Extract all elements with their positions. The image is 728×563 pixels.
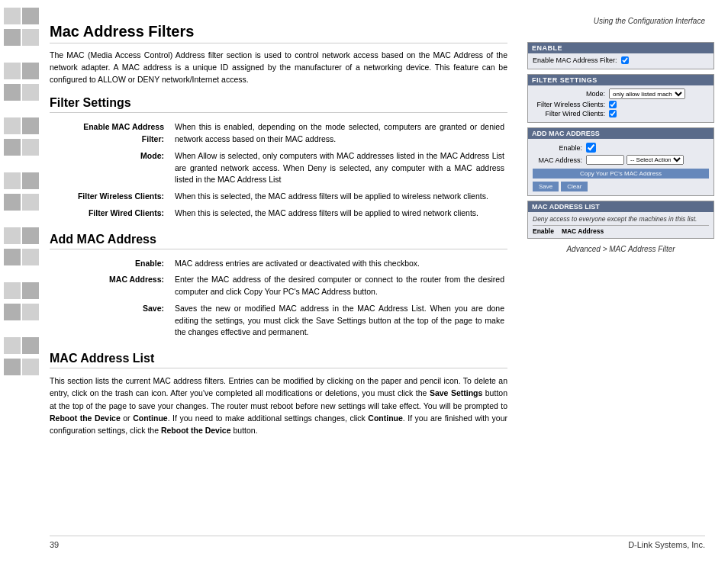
add-mac-table: Enable: MAC address entries are activate… xyxy=(50,256,507,342)
row-desc: When this is selected, the MAC address f… xyxy=(172,205,507,222)
add-mac-enable-row: Enable: xyxy=(533,143,709,153)
mac-address-input[interactable] xyxy=(586,155,624,165)
filter-settings-title: Filter Settings xyxy=(50,96,507,113)
add-mac-address-label: MAC Address: xyxy=(533,156,586,164)
mode-label: Mode: xyxy=(533,90,609,98)
mac-list-panel: MAC ADDRESS LIST Deny access to everyone… xyxy=(527,201,714,239)
page-number: 39 xyxy=(50,540,59,549)
mode-row: Mode: only allow listed machines only de… xyxy=(533,88,709,99)
panel-caption: Advanced > MAC Address Filter xyxy=(527,245,714,253)
add-mac-enable-checkbox[interactable] xyxy=(586,143,596,153)
mac-list-desc: Deny access to everyone except the machi… xyxy=(533,215,709,223)
left-decoration xyxy=(0,0,46,563)
main-title: Mac Address Filters xyxy=(50,23,507,43)
mac-list-panel-body: Deny access to everyone except the machi… xyxy=(528,212,714,238)
mac-list-panel-header: MAC ADDRESS LIST xyxy=(528,201,714,212)
mac-action-select[interactable]: -- Select Action -- xyxy=(627,155,684,165)
row-label: Enable MAC AddressFilter: xyxy=(50,119,172,148)
enable-mac-label: Enable MAC Address Filter: xyxy=(533,56,621,64)
table-row: Filter Wireless Clients: When this is se… xyxy=(50,188,507,205)
table-row: Enable: MAC address entries are activate… xyxy=(50,256,507,272)
mac-list-col-enable: Enable xyxy=(533,227,554,235)
main-content: Mac Address Filters The MAC (Media Acces… xyxy=(50,23,507,444)
filter-wireless-row: Filter Wireless Clients: xyxy=(533,101,709,108)
mac-list-body-text: This section lists the current MAC addre… xyxy=(50,375,507,436)
row-label: Enable: xyxy=(50,256,172,272)
add-mac-title: Add MAC Address xyxy=(50,233,507,249)
add-mac-panel-header: ADD MAC ADDRESS xyxy=(528,128,714,139)
clear-button[interactable]: Clear xyxy=(561,182,588,191)
mac-list-columns: Enable MAC Address xyxy=(533,225,709,235)
filter-settings-panel-header: FILTER SETTINGS xyxy=(528,75,714,85)
filter-wired-checkbox[interactable] xyxy=(609,110,617,117)
row-desc: Enter the MAC address of the desired com… xyxy=(172,272,507,301)
company-name: D-Link Systems, Inc. xyxy=(628,540,705,549)
row-desc: When this is enabled, depending on the m… xyxy=(172,119,507,148)
filter-settings-panel: FILTER SETTINGS Mode: only allow listed … xyxy=(527,74,714,123)
row-label: Filter Wired Clients: xyxy=(50,205,172,222)
filter-settings-panel-body: Mode: only allow listed machines only de… xyxy=(528,85,714,122)
row-label: Filter Wireless Clients: xyxy=(50,188,172,205)
enable-panel: ENABLE Enable MAC Address Filter: xyxy=(527,42,714,69)
filter-wired-label: Filter Wired Clients: xyxy=(533,110,609,117)
mac-list-title: MAC Address List xyxy=(50,352,507,368)
save-button[interactable]: Save xyxy=(533,182,559,191)
row-desc: MAC address entries are activated or dea… xyxy=(172,256,507,272)
table-row: Filter Wired Clients: When this is selec… xyxy=(50,205,507,222)
mac-list-col-address: MAC Address xyxy=(562,227,604,235)
right-panel: ENABLE Enable MAC Address Filter: FILTER… xyxy=(527,42,714,253)
add-mac-enable-label: Enable: xyxy=(533,144,586,152)
filter-settings-table: Enable MAC AddressFilter: When this is e… xyxy=(50,119,507,221)
intro-text: The MAC (Media Access Control) Address f… xyxy=(50,50,507,85)
table-row: Enable MAC AddressFilter: When this is e… xyxy=(50,119,507,148)
save-clear-group: Save Clear xyxy=(533,182,709,191)
enable-mac-row: Enable MAC Address Filter: xyxy=(533,56,709,64)
row-desc: Saves the new or modified MAC address in… xyxy=(172,301,507,341)
filter-wireless-label: Filter Wireless Clients: xyxy=(533,101,609,108)
table-row: Mode: When Allow is selected, only compu… xyxy=(50,148,507,188)
row-desc: When this is selected, the MAC address f… xyxy=(172,188,507,205)
row-desc: When Allow is selected, only computers w… xyxy=(172,148,507,188)
filter-wireless-checkbox[interactable] xyxy=(609,101,617,108)
add-mac-address-row: MAC Address: -- Select Action -- xyxy=(533,155,709,165)
table-row: Save: Saves the new or modified MAC addr… xyxy=(50,301,507,341)
add-mac-panel: ADD MAC ADDRESS Enable: MAC Address: -- … xyxy=(527,127,714,196)
row-label: MAC Address: xyxy=(50,272,172,301)
table-row: MAC Address: Enter the MAC address of th… xyxy=(50,272,507,301)
filter-wired-row: Filter Wired Clients: xyxy=(533,110,709,117)
header-top-right: Using the Configuration Interface xyxy=(594,17,705,25)
footer: 39 D-Link Systems, Inc. xyxy=(50,536,705,549)
row-label: Mode: xyxy=(50,148,172,188)
enable-panel-body: Enable MAC Address Filter: xyxy=(528,53,714,69)
copy-mac-button[interactable]: Copy Your PC's MAC Address xyxy=(533,169,709,179)
enable-panel-header: ENABLE xyxy=(528,43,714,53)
enable-mac-checkbox[interactable] xyxy=(621,56,629,64)
mode-select[interactable]: only allow listed machines only deny lis… xyxy=(609,88,685,99)
row-label: Save: xyxy=(50,301,172,341)
add-mac-panel-body: Enable: MAC Address: -- Select Action --… xyxy=(528,139,714,195)
